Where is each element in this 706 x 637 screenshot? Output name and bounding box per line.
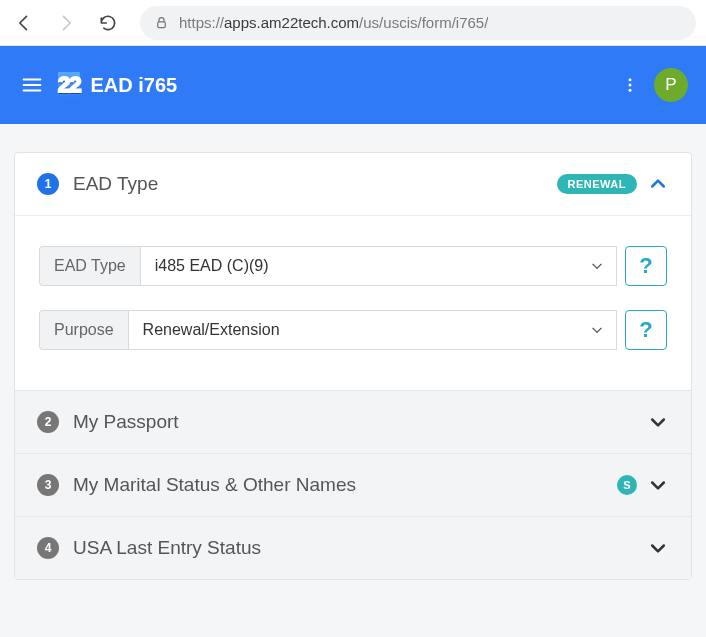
reload-icon <box>98 13 118 33</box>
section-marital-status: 3 My Marital Status & Other Names S <box>15 453 691 516</box>
chevron-down-icon <box>648 412 668 432</box>
section-body-ead-type: EAD Type i485 EAD (C)(9) ? Purpose Renew… <box>15 215 691 390</box>
help-button[interactable]: ? <box>625 246 667 286</box>
app-logo[interactable]: 22 <box>58 72 80 98</box>
chevron-down-icon <box>590 323 604 337</box>
svg-rect-0 <box>158 22 166 28</box>
field-label: Purpose <box>39 310 128 350</box>
address-text: https://apps.am22tech.com/us/uscis/form/… <box>179 14 488 31</box>
browser-chrome: https://apps.am22tech.com/us/uscis/form/… <box>0 0 706 46</box>
reload-button[interactable] <box>94 9 122 37</box>
arrow-right-icon <box>56 13 76 33</box>
step-number: 2 <box>37 411 59 433</box>
section-usa-last-entry: 4 USA Last Entry Status <box>15 516 691 579</box>
section-title: My Passport <box>73 411 647 433</box>
chevron-up-icon <box>648 174 668 194</box>
svg-point-1 <box>629 78 632 81</box>
app-header: 22 EAD i765 P <box>0 46 706 124</box>
expand-toggle[interactable] <box>647 537 669 559</box>
step-number: 1 <box>37 173 59 195</box>
status-badge-renewal: RENEWAL <box>557 174 638 194</box>
expand-toggle[interactable] <box>647 411 669 433</box>
select-value: i485 EAD (C)(9) <box>155 257 269 275</box>
field-label: EAD Type <box>39 246 140 286</box>
lock-icon <box>154 15 169 30</box>
section-my-passport: 2 My Passport <box>15 390 691 453</box>
select-value: Renewal/Extension <box>143 321 280 339</box>
menu-button[interactable] <box>18 71 46 99</box>
section-title: EAD Type <box>73 173 557 195</box>
back-button[interactable] <box>10 9 38 37</box>
step-number: 4 <box>37 537 59 559</box>
field-purpose: Purpose Renewal/Extension ? <box>39 310 667 350</box>
section-header-usa-last-entry[interactable]: 4 USA Last Entry Status <box>15 517 691 579</box>
arrow-left-icon <box>14 13 34 33</box>
section-title: My Marital Status & Other Names <box>73 474 617 496</box>
avatar[interactable]: P <box>654 68 688 102</box>
form-panel: 1 EAD Type RENEWAL EAD Type i485 EAD (C)… <box>14 152 692 580</box>
chevron-down-icon <box>590 259 604 273</box>
more-button[interactable] <box>616 71 644 99</box>
expand-toggle[interactable] <box>647 474 669 496</box>
section-title: USA Last Entry Status <box>73 537 647 559</box>
help-button[interactable]: ? <box>625 310 667 350</box>
section-ead-type: 1 EAD Type RENEWAL EAD Type i485 EAD (C)… <box>15 153 691 390</box>
section-header-my-passport[interactable]: 2 My Passport <box>15 391 691 453</box>
section-header-marital-status[interactable]: 3 My Marital Status & Other Names S <box>15 454 691 516</box>
section-header-ead-type[interactable]: 1 EAD Type RENEWAL <box>15 153 691 215</box>
kebab-icon <box>621 76 639 94</box>
svg-point-2 <box>629 84 632 87</box>
address-bar[interactable]: https://apps.am22tech.com/us/uscis/form/… <box>140 6 696 40</box>
hamburger-icon <box>21 74 43 96</box>
step-number: 3 <box>37 474 59 496</box>
ead-type-select[interactable]: i485 EAD (C)(9) <box>140 246 617 286</box>
forward-button[interactable] <box>52 9 80 37</box>
svg-point-3 <box>629 89 632 92</box>
purpose-select[interactable]: Renewal/Extension <box>128 310 617 350</box>
collapse-toggle[interactable] <box>647 173 669 195</box>
status-badge-s: S <box>617 475 637 495</box>
field-ead-type: EAD Type i485 EAD (C)(9) ? <box>39 246 667 286</box>
app-title: EAD i765 <box>90 74 177 97</box>
chevron-down-icon <box>648 475 668 495</box>
chevron-down-icon <box>648 538 668 558</box>
